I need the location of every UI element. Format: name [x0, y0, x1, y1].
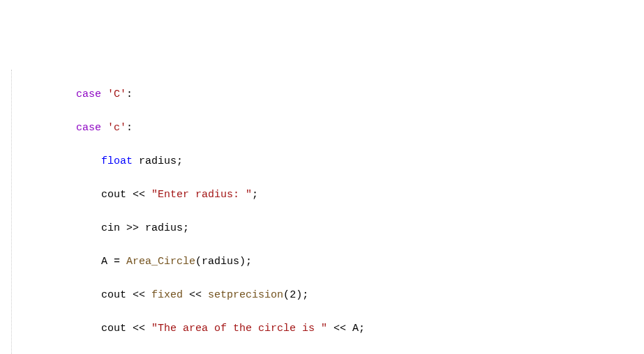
code-line: case 'c':	[26, 120, 644, 137]
code-line: case 'C':	[26, 86, 644, 103]
code-line: cout << "Enter radius: ";	[26, 187, 644, 203]
code-line: float radius;	[26, 153, 644, 170]
code-line: cout << fixed << setprecision(2);	[26, 287, 644, 304]
code-line: cin >> radius;	[26, 220, 644, 237]
code-line: cout << "The area of the circle is " << …	[26, 321, 644, 337]
code-editor[interactable]: case 'C': case 'c': float radius; cout <…	[11, 70, 644, 354]
code-line: A = Area_Circle(radius);	[26, 254, 644, 270]
